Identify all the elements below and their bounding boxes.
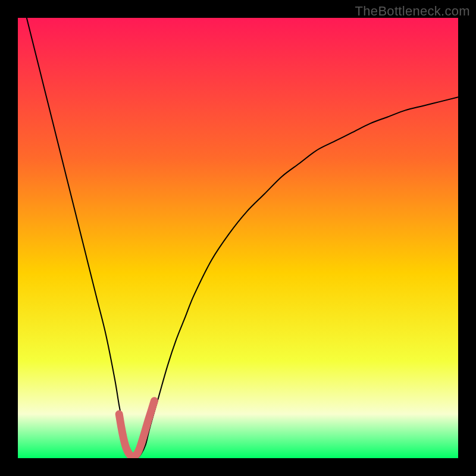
watermark-text: TheBottleneck.com	[355, 4, 470, 19]
gradient-background	[18, 18, 458, 458]
plot-viewport	[18, 18, 458, 458]
plot-svg	[18, 18, 458, 458]
outer-frame: TheBottleneck.com	[0, 0, 476, 476]
